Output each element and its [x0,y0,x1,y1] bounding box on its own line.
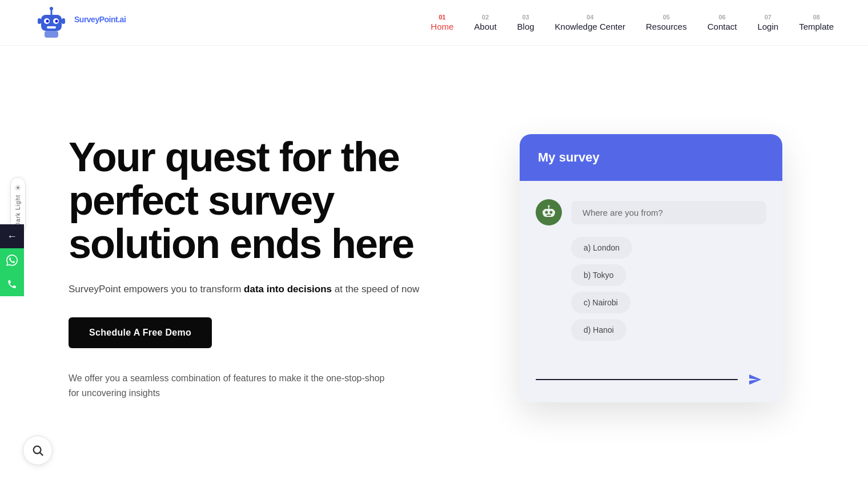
nav-num: 07 [765,14,771,21]
nav-num: 06 [718,14,725,21]
light-label[interactable]: Light [15,195,21,210]
survey-question-row: Where are you from? [536,199,766,225]
main-nav: 01 Home 02 About 03 Blog 04 Knowledge Ce… [431,14,834,31]
survey-option[interactable]: b) Tokyo [571,264,626,286]
logo-text: SurveyPoint.ai [74,15,126,30]
back-arrow-button[interactable]: ← [0,224,24,248]
survey-input-line [536,379,738,380]
nav-label: Blog [517,22,535,31]
survey-card: My survey [520,134,782,402]
nav-num: 04 [586,14,593,21]
sun-icon: ☀ [14,183,22,192]
survey-footer [520,368,782,402]
svg-point-2 [50,7,53,10]
svg-rect-9 [38,18,41,24]
svg-point-5 [46,19,49,22]
svg-point-6 [55,19,58,22]
svg-rect-8 [45,31,58,38]
phone-icon [7,279,17,289]
nav-label: Login [757,22,778,31]
nav-num: 08 [813,14,819,21]
header: SurveyPoint.ai 01 Home 02 About 03 Blog … [0,0,868,46]
survey-title: My survey [538,150,764,165]
nav-item-contact[interactable]: 06 Contact [708,14,737,31]
nav-num: 02 [482,14,489,21]
nav-label: Template [799,22,834,31]
nav-num: 03 [522,14,529,21]
send-button[interactable] [744,368,766,391]
main-content: Your quest for the perfect survey soluti… [0,46,868,479]
survey-header: My survey [520,134,782,181]
svg-point-11 [34,446,41,454]
logo-icon [34,6,69,40]
nav-label: About [474,22,496,31]
cta-button[interactable]: Schedule A Free Demo [69,317,212,348]
floating-buttons: ← [0,224,24,296]
subtitle-plain: SurveyPoint empowers you to transform [69,284,244,295]
survey-body: Where are you from? a) Londonb) Tokyoc) … [520,181,782,368]
svg-point-15 [550,211,553,214]
whatsapp-icon [6,255,18,266]
nav-item-home[interactable]: 01 Home [431,14,453,31]
nav-item-knowledge-center[interactable]: 04 Knowledge Center [555,14,625,31]
nav-label: Resources [646,22,687,31]
hero-description: We offer you a seamless combination of f… [69,371,388,400]
hero-subtitle: SurveyPoint empowers you to transform da… [69,281,445,297]
nav-item-resources[interactable]: 05 Resources [646,14,687,31]
survey-option[interactable]: a) London [571,237,632,259]
nav-item-login[interactable]: 07 Login [757,14,778,31]
logo[interactable]: SurveyPoint.ai [34,6,126,40]
svg-line-12 [40,453,43,455]
nav-item-about[interactable]: 02 About [474,14,496,31]
svg-rect-17 [542,211,544,214]
nav-num: 01 [439,14,445,21]
svg-rect-16 [546,215,551,216]
send-icon [748,373,762,386]
svg-rect-10 [62,18,65,24]
hero-section: Your quest for the perfect survey soluti… [69,136,445,400]
survey-question: Where are you from? [571,201,766,224]
search-icon [31,444,44,457]
bot-avatar [536,199,562,225]
nav-num: 05 [663,14,670,21]
svg-point-14 [545,211,548,214]
svg-point-20 [548,205,550,207]
subtitle-end: at the speed of now [332,284,419,295]
nav-item-blog[interactable]: 03 Blog [517,14,535,31]
survey-mockup: My survey [445,134,822,402]
nav-label: Knowledge Center [555,22,625,31]
search-bubble[interactable] [23,435,53,465]
survey-options: a) Londonb) Tokyoc) Nairobid) Hanoi [536,237,766,341]
hero-title: Your quest for the perfect survey soluti… [69,136,445,265]
svg-rect-18 [554,211,555,214]
nav-label: Contact [708,22,737,31]
nav-item-template[interactable]: 08 Template [799,14,834,31]
bot-avatar-icon [541,204,557,220]
phone-button[interactable] [0,272,24,296]
survey-option[interactable]: d) Hanoi [571,319,626,341]
nav-label: Home [431,22,453,31]
subtitle-bold: data into decisions [244,284,332,295]
survey-option[interactable]: c) Nairobi [571,292,630,313]
svg-rect-7 [47,26,56,29]
whatsapp-button[interactable] [0,248,24,272]
